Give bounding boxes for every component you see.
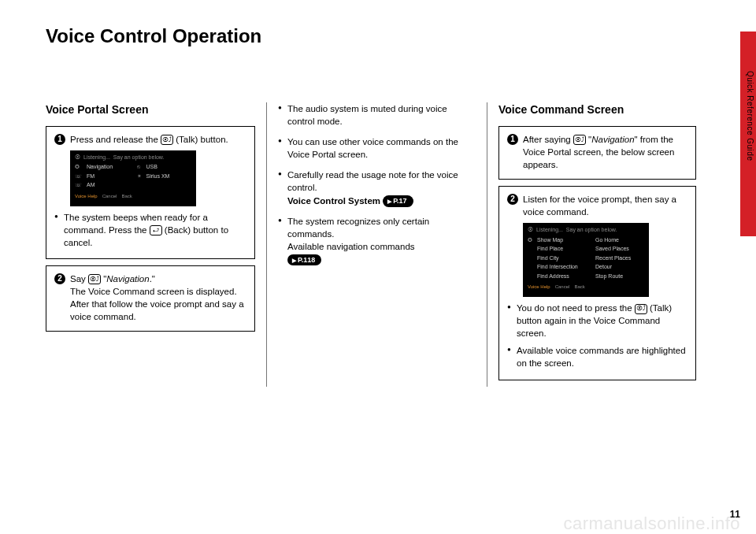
talk-glyph-icon: ⦿	[528, 226, 533, 235]
listening-label: Listening...	[536, 226, 563, 235]
voice-portal-screen-mock: ⦿ Listening... Say an option below. ✪Nav…	[70, 150, 196, 206]
opt: Detour	[595, 263, 644, 272]
opt: Find City	[537, 254, 586, 263]
column-1: Voice Portal Screen 1 Press and release …	[46, 102, 266, 387]
opt: Find Intersection	[537, 263, 586, 272]
page-title: Voice Control Operation	[46, 25, 261, 47]
step2-bullet2: Available voice commands are highlighted…	[507, 344, 687, 369]
text: (Talk) button.	[173, 135, 228, 144]
bullet: The system recognizes only certain comma…	[278, 215, 476, 266]
opt: Find Address	[537, 273, 586, 281]
hint-label: Say an option below.	[566, 226, 617, 235]
step-number: 1	[507, 134, 518, 145]
col3-step2-box: 2 Listen for the voice prompt, then say …	[498, 186, 696, 380]
page-reference-link[interactable]: P.17	[383, 195, 413, 207]
text: Available navigation commands	[287, 240, 476, 253]
step2-text: Say ⦿⤴ "Navigation." The Voice Command s…	[70, 273, 246, 323]
opt: Sirius XM	[146, 172, 192, 181]
talk-icon: ⦿⤴	[573, 135, 586, 145]
col3-step1-box: 1 After saying ⦿⤴ "Navigation" from the …	[498, 126, 696, 180]
sat-icon: ✶	[137, 172, 142, 181]
opt: Recent Places	[595, 254, 644, 263]
col3-heading: Voice Command Screen	[498, 102, 696, 118]
foot: Cancel	[555, 284, 570, 291]
foot: Cancel	[102, 193, 117, 200]
column-3: Voice Command Screen 1 After saying ⦿⤴ "…	[487, 102, 707, 387]
step-number: 2	[54, 273, 65, 284]
nav-icon: ✪	[528, 236, 532, 245]
opt: FM	[87, 172, 132, 181]
foot: Voice Help	[528, 284, 550, 291]
text: The system recognizes only certain comma…	[287, 217, 429, 239]
foot: Back	[574, 284, 584, 291]
text: After that follow the voice prompt and s…	[70, 298, 246, 323]
text: Press and release the	[70, 135, 161, 144]
text: Say	[70, 274, 88, 284]
text: "	[635, 135, 640, 144]
text: The Voice Command screen is displayed.	[70, 285, 246, 298]
opt: USB	[146, 163, 192, 172]
bullet: The audio system is muted during voice c…	[278, 102, 476, 128]
watermark: carmanualsonline.info	[563, 514, 740, 534]
listening-label: Listening...	[83, 154, 110, 162]
talk-glyph-icon: ⦿	[75, 154, 80, 162]
voice-command-screen-mock: ⦿ Listening... Say an option below. ✪Sho…	[523, 223, 649, 297]
text: ."	[150, 274, 155, 284]
text: Carefully read the usage note for the vo…	[287, 170, 458, 192]
step-number: 1	[54, 134, 65, 145]
nav-icon: ✪	[75, 163, 82, 172]
opt: Saved Places	[595, 245, 644, 254]
page-reference-link[interactable]: P.118	[287, 254, 321, 266]
back-icon: ⮐	[150, 225, 162, 235]
step1-bullet: The system beeps when ready for a comman…	[54, 211, 246, 249]
text-emph: Navigation	[106, 274, 149, 284]
col2-bullets: The audio system is muted during voice c…	[278, 102, 476, 265]
column-2: The audio system is muted during voice c…	[266, 102, 487, 387]
bullet: Carefully read the usage note for the vo…	[278, 169, 476, 206]
text-emph: Navigation	[591, 135, 634, 144]
step1-text: Press and release the ⦿⤴ (Talk) button.	[70, 133, 246, 146]
opt: Go Home	[595, 236, 644, 245]
radio-icon: ☏	[75, 181, 82, 190]
talk-icon: ⦿⤴	[88, 274, 101, 284]
foot: Back	[121, 193, 132, 200]
step2-text: Listen for the voice prompt, then say a …	[523, 193, 687, 218]
link-label: Voice Control System	[287, 196, 380, 206]
opt: Navigation	[87, 163, 132, 172]
text: After saying	[523, 135, 573, 144]
step1-text: After saying ⦿⤴ "Navigation" from the Vo…	[523, 133, 687, 171]
step2-bullet1: You do not need to press the ⦿⤴ (Talk) b…	[507, 302, 687, 339]
foot: Voice Help	[75, 193, 98, 200]
talk-icon: ⦿⤴	[635, 304, 647, 314]
col1-step1-box: 1 Press and release the ⦿⤴ (Talk) button…	[46, 126, 255, 259]
radio-icon: ☏	[75, 172, 82, 181]
text: You do not need to press the	[517, 303, 635, 313]
step-number: 2	[507, 194, 518, 205]
talk-icon: ⦿⤴	[161, 135, 173, 145]
opt: AM	[87, 181, 132, 190]
col1-heading: Voice Portal Screen	[46, 102, 255, 118]
opt: Stop Route	[595, 273, 644, 281]
hint-label: Say an option below.	[113, 154, 165, 162]
usb-icon: ⎋	[137, 163, 142, 172]
content-columns: Voice Portal Screen 1 Press and release …	[46, 102, 707, 387]
bullet: You can use other voice commands on the …	[278, 135, 476, 161]
col1-step2-box: 2 Say ⦿⤴ "Navigation." The Voice Command…	[46, 265, 255, 332]
opt: Show Map	[537, 236, 586, 245]
opt: Find Place	[537, 245, 586, 254]
section-label: Quick Reference Guide	[746, 71, 754, 161]
